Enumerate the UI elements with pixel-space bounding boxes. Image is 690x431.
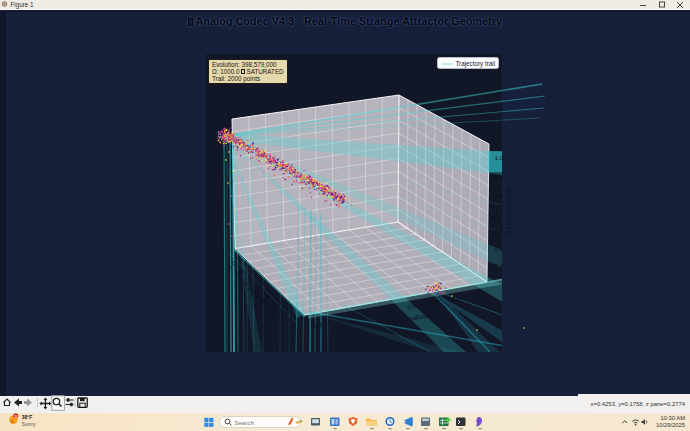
svg-text:Figure 1: Figure 1: [11, 1, 35, 9]
svg-text:0.8: 0.8: [495, 193, 504, 199]
svg-text:D3 (normalized): D3 (normalized): [505, 186, 513, 236]
svg-text:0.6: 0.6: [495, 228, 504, 234]
svg-text:0.5: 0.5: [495, 246, 504, 252]
svg-text:0.4: 0.4: [495, 263, 504, 269]
svg-text:0.9: 0.9: [495, 175, 504, 181]
svg-text:1.0: 1.0: [495, 155, 504, 161]
svg-text:0.7: 0.7: [495, 210, 504, 216]
